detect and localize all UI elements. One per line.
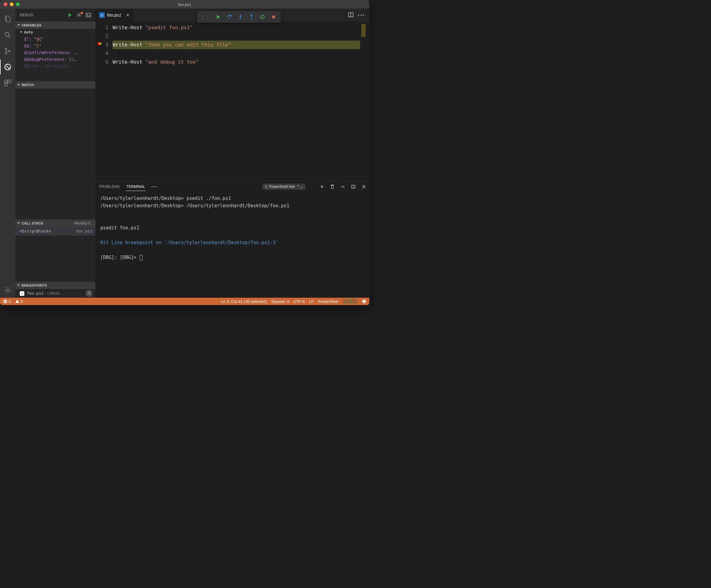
- svg-point-21: [364, 301, 365, 301]
- breakpoint-line-badge: 3: [86, 290, 92, 297]
- new-terminal-icon[interactable]: [320, 184, 324, 189]
- chevron-down-icon: [17, 221, 20, 225]
- status-warnings[interactable]: 0: [15, 299, 23, 304]
- svg-rect-11: [5, 83, 7, 86]
- svg-point-12: [7, 289, 9, 292]
- svg-rect-10: [8, 80, 11, 83]
- variable-row[interactable]: $DebugPreference: Si…: [15, 56, 95, 63]
- kill-terminal-icon[interactable]: [330, 184, 335, 189]
- tab-terminal[interactable]: TERMINAL: [126, 183, 146, 191]
- svg-point-4: [5, 32, 9, 36]
- start-debug-button[interactable]: [67, 12, 73, 18]
- more-actions-icon[interactable]: •••: [358, 13, 365, 18]
- terminal-cursor: [140, 255, 143, 261]
- window-controls: [0, 2, 20, 6]
- svg-point-2: [251, 18, 252, 19]
- powershell-file-icon: ≥: [99, 12, 105, 18]
- chevron-down-icon: [17, 23, 20, 27]
- debug-title: DEBUG: [20, 13, 34, 17]
- terminal-selector[interactable]: 1: PowerShell Inte⌃⌄: [262, 184, 305, 190]
- watch-label: WATCH: [22, 83, 93, 87]
- explorer-icon[interactable]: [0, 12, 15, 26]
- chevron-updown-icon: ⌃⌄: [297, 184, 303, 189]
- breakpoints-section-header[interactable]: BREAKPOINTS: [15, 282, 95, 289]
- continue-button[interactable]: [213, 12, 223, 22]
- debug-console-icon[interactable]: [86, 12, 91, 18]
- status-eol[interactable]: LF: [309, 299, 314, 304]
- close-tab-icon[interactable]: ✕: [126, 13, 129, 18]
- status-encoding[interactable]: UTF-8: [293, 299, 305, 304]
- close-window-button[interactable]: [4, 2, 7, 6]
- svg-point-0: [229, 18, 230, 19]
- chevron-down-icon: [17, 83, 20, 87]
- variable-row[interactable]: $$: "}": [15, 42, 95, 49]
- breakpoint-current-icon[interactable]: [96, 41, 103, 47]
- debug-prompt: [DBG]: [DBG]>: [100, 255, 139, 260]
- status-cursor-position[interactable]: Ln 3, Col 41 (40 selected): [221, 299, 267, 304]
- close-panel-icon[interactable]: [361, 184, 366, 189]
- bottom-panel: PROBLEMS TERMINAL ••• 1: PowerShell Inte…: [95, 181, 369, 298]
- panel-more-icon[interactable]: •••: [151, 184, 157, 189]
- step-out-button[interactable]: [246, 12, 257, 22]
- breakpoint-path: ~/Desk..: [46, 290, 64, 297]
- breakpoint-row[interactable]: ✓ foo.ps1 ~/Desk.. 3: [15, 289, 95, 298]
- status-language[interactable]: PowerShell: [318, 299, 338, 304]
- status-errors[interactable]: 0: [3, 299, 11, 304]
- step-into-button[interactable]: [235, 12, 245, 22]
- window-title: foo.ps1: [0, 2, 369, 7]
- settings-gear-icon[interactable]: [0, 283, 15, 298]
- titlebar: foo.ps1: [0, 0, 369, 8]
- step-over-button[interactable]: [224, 12, 235, 22]
- search-icon[interactable]: [0, 28, 15, 42]
- svg-point-7: [8, 50, 10, 52]
- restart-button[interactable]: [257, 12, 268, 22]
- variables-section-header[interactable]: VARIABLES: [15, 22, 95, 29]
- terminal-output[interactable]: /Users/tylerleonhardt/Desktop> psedit ./…: [95, 192, 369, 298]
- status-indentation[interactable]: Spaces: 4: [271, 299, 289, 304]
- callstack-section-header[interactable]: CALL STACK PAUSED O…: [15, 220, 95, 227]
- code-editor[interactable]: 1 2 3 4 5 Write-Host "psedit foo.ps1" Wr…: [95, 22, 369, 181]
- svg-point-6: [5, 52, 7, 54]
- maximize-panel-icon[interactable]: [340, 184, 345, 189]
- feedback-smiley-icon[interactable]: [362, 299, 366, 303]
- variables-group-auto[interactable]: Auto: [15, 29, 95, 36]
- editor-gutter: 1 2 3 4 5: [95, 22, 113, 181]
- debug-config-gear-icon[interactable]: [76, 12, 82, 18]
- svg-rect-3: [273, 16, 275, 19]
- svg-point-19: [362, 299, 366, 303]
- breakpoint-checkbox[interactable]: ✓: [20, 291, 24, 296]
- callstack-frame[interactable]: <ScriptBlock> foo.ps1: [15, 227, 95, 235]
- debug-sidebar: DEBUG VARIABLES Auto $^: "@{": [15, 8, 95, 298]
- panel-tabs: PROBLEMS TERMINAL ••• 1: PowerShell Inte…: [95, 181, 369, 192]
- variable-row[interactable]: $^: "@{": [15, 36, 95, 42]
- source-control-icon[interactable]: [0, 44, 15, 59]
- status-bar: 0 0 Ln 3, Col 41 (40 selected) Spaces: 4…: [0, 298, 369, 305]
- overview-ruler-mark: [361, 24, 366, 37]
- split-terminal-icon[interactable]: [351, 184, 356, 189]
- split-editor-icon[interactable]: [348, 12, 354, 19]
- breakpoint-hit-message: Hit Line breakpoint on '/Users/tylerleon…: [100, 239, 364, 246]
- svg-point-13: [79, 15, 80, 16]
- extensions-icon[interactable]: [0, 76, 15, 90]
- chevron-down-icon: [17, 284, 20, 287]
- variable-row[interactable]: $ConfirmPreference: …: [15, 49, 95, 56]
- minimize-window-button[interactable]: [10, 2, 14, 6]
- config-warning-badge: [81, 12, 83, 14]
- activity-bar: [0, 8, 15, 298]
- svg-rect-9: [5, 80, 7, 83]
- tab-label: foo.ps1: [107, 13, 121, 18]
- stop-button[interactable]: [268, 12, 279, 22]
- powershell-version-badge[interactable]: ≥_6.0: [343, 299, 358, 304]
- zoom-window-button[interactable]: [16, 2, 20, 6]
- breakpoints-label: BREAKPOINTS: [22, 284, 93, 287]
- editor-tab[interactable]: ≥ foo.ps1 ✕: [95, 8, 133, 22]
- debug-sidebar-header: DEBUG: [15, 8, 95, 22]
- variable-row-cutoff: $Error: [ArrayList:: [15, 63, 95, 69]
- debug-icon[interactable]: [0, 60, 15, 74]
- callstack-label: CALL STACK: [22, 221, 43, 225]
- watch-section-header[interactable]: WATCH: [15, 81, 95, 89]
- drag-handle-icon[interactable]: ⋮⋮: [199, 15, 212, 19]
- tab-problems[interactable]: PROBLEMS: [99, 183, 120, 191]
- svg-rect-14: [86, 13, 91, 17]
- editor-content[interactable]: Write-Host "psedit foo.ps1" Write-Host "…: [113, 22, 369, 181]
